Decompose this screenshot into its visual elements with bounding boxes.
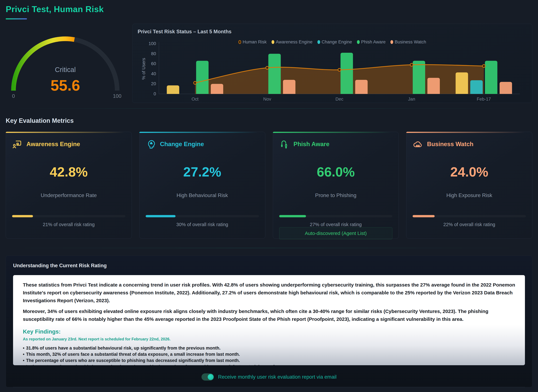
bar-phish-aware-dec: [341, 53, 353, 94]
y-tick-label: 0: [154, 91, 156, 96]
legend-item-business-watch[interactable]: Business Watch: [390, 40, 426, 45]
key-finding-text: 31.8% of users have a substantial behavi…: [26, 346, 220, 350]
bar-awareness-engine-oct: [167, 85, 179, 94]
x-tick-label: Jan: [408, 97, 415, 102]
bar-awareness-engine-feb-17: [456, 72, 468, 94]
key-finding-text: The percentage of users who are suscepti…: [26, 358, 240, 363]
legend-item-human-risk[interactable]: Human Risk: [238, 40, 267, 45]
key-findings-heading: Key Findings:: [23, 328, 515, 335]
human-risk-point-oct: [194, 81, 196, 84]
card-accent-bar: [6, 132, 132, 133]
email-toggle-label[interactable]: Receive monthly user risk evaluation rep…: [218, 374, 337, 380]
risk-share-bar-track: [279, 215, 393, 217]
risk-share-bar-fill: [12, 215, 33, 217]
metric-subtitle: Prone to Phishing: [279, 192, 393, 198]
bar-business-watch-nov: [283, 80, 295, 94]
auto-discovered-button[interactable]: Auto-discovered (Agent List): [279, 227, 393, 239]
section-divider: [6, 108, 532, 109]
gauge-status-label: Critical: [55, 66, 76, 74]
x-tick-label: Nov: [263, 97, 271, 102]
metric-card-title: Awareness Engine: [26, 141, 80, 148]
bullet-icon: •: [23, 352, 24, 357]
key-finding-text: In the past month, a noticeable increase…: [26, 364, 294, 365]
legend-marker-icon: [390, 40, 393, 44]
risk-share-bar-track: [12, 215, 125, 217]
legend-label: Change Engine: [322, 40, 352, 45]
page-title: Privci Test, Human Risk: [0, 0, 538, 14]
legend-label: Awareness Engine: [276, 40, 313, 45]
metric-subtitle: Underperformance Rate: [12, 192, 125, 198]
metric-subtitle: High Exposure Risk: [413, 192, 526, 198]
key-finding-item: •This month, 32% of users face a substan…: [23, 351, 515, 357]
y-tick-label: 20: [151, 81, 156, 86]
risk-share-label: 21% of overall risk rating: [12, 222, 125, 227]
toggle-knob-icon: [208, 374, 214, 380]
legend-label: Human Risk: [243, 40, 267, 45]
key-findings-list: •31.8% of users have a substantial behav…: [23, 345, 515, 365]
risk-share-label: 22% of overall risk rating: [413, 222, 526, 227]
y-tick-label: 80: [151, 51, 156, 56]
bar-phish-aware-jan: [413, 61, 425, 94]
key-findings-note: As reported on January 23rd. Next report…: [23, 337, 515, 341]
bar-business-watch-jan: [427, 78, 440, 94]
title-underline: [6, 18, 27, 19]
human-risk-point-nov: [266, 66, 269, 69]
card-accent-bar: [406, 132, 532, 133]
metric-card-awareness-engine: Awareness Engine42.8%Underperformance Ra…: [6, 132, 132, 239]
cloud-icon: [413, 139, 423, 149]
metric-subtitle: High Behavioural Risk: [146, 192, 259, 198]
chart-legend: Human RiskAwareness EngineChange EngineP…: [132, 40, 532, 45]
legend-marker-icon: [271, 40, 274, 44]
x-tick-label: Feb-17: [477, 97, 491, 102]
bar-business-watch-feb-17: [500, 82, 512, 94]
metrics-heading: Key Evaluation Metrics: [6, 117, 538, 124]
human-risk-point-dec: [338, 68, 341, 71]
chart-title: Privci Test Risk Status – Last 5 Months: [132, 24, 532, 35]
card-accent-bar: [139, 132, 265, 133]
metric-value: 27.2%: [146, 164, 259, 180]
gauge-value: 55.6: [51, 77, 80, 94]
legend-marker-icon: [357, 40, 360, 44]
email-report-toggle[interactable]: [201, 373, 214, 381]
key-finding-item: •The percentage of users who are suscept…: [23, 357, 515, 364]
bullet-icon: •: [23, 364, 24, 365]
risk-status-chart-card: Privci Test Risk Status – Last 5 Months …: [132, 24, 532, 103]
risk-share-bar-track: [413, 215, 526, 217]
y-tick-label: 60: [151, 61, 156, 66]
chart-svg: 020406080100% of UsersOctNovDecJanFeb-17: [132, 35, 530, 102]
insights-paragraph: These statistics from Privci Test indica…: [23, 281, 515, 304]
top-row: Critical 55.6 0 100 Privci Test Risk Sta…: [6, 24, 532, 103]
bar-business-watch-dec: [355, 80, 368, 94]
risk-share-label: 27% of overall risk rating: [279, 222, 393, 227]
risk-gauge: Critical 55.6 0 100: [6, 24, 125, 103]
x-tick-label: Dec: [335, 97, 343, 102]
human-risk-point-jan: [410, 63, 413, 66]
risk-share-label: 30% of overall risk rating: [146, 222, 259, 227]
risk-gauge-svg: Critical 55.6 0 100: [6, 26, 125, 100]
gauge-max-label: 100: [113, 93, 121, 99]
email-toggle-row: Receive monthly user risk evaluation rep…: [13, 373, 525, 381]
insights-title: Understanding the Current Risk Rating: [13, 263, 525, 269]
metric-card-title: Business Watch: [427, 141, 473, 148]
behaviour-icon: [146, 139, 156, 149]
x-tick-label: Oct: [192, 97, 199, 102]
gauge-min-label: 0: [12, 93, 15, 99]
legend-item-change-engine[interactable]: Change Engine: [317, 40, 352, 45]
legend-label: Business Watch: [395, 40, 426, 45]
bar-phish-aware-nov: [268, 54, 281, 94]
insights-card: Understanding the Current Risk Rating Th…: [6, 256, 532, 387]
risk-share-bar-fill: [146, 215, 176, 217]
card-accent-bar: [273, 132, 399, 133]
legend-item-phish-aware[interactable]: Phish Aware: [357, 40, 386, 45]
metric-card-phish-aware: Phish Aware66.0%Prone to Phishing27% of …: [273, 132, 399, 239]
training-icon: [12, 139, 22, 149]
metric-card-title: Change Engine: [160, 141, 204, 148]
legend-item-awareness-engine[interactable]: Awareness Engine: [271, 40, 313, 45]
risk-share-bar-fill: [279, 215, 306, 217]
y-tick-label: 40: [151, 71, 156, 76]
metric-value: 66.0%: [279, 164, 393, 180]
bar-change-engine-feb-17: [470, 80, 483, 94]
metric-card-business-watch: Business Watch24.0%High Exposure Risk22%…: [406, 132, 532, 239]
risk-share-bar-track: [146, 215, 259, 217]
metric-value: 42.8%: [12, 164, 125, 180]
